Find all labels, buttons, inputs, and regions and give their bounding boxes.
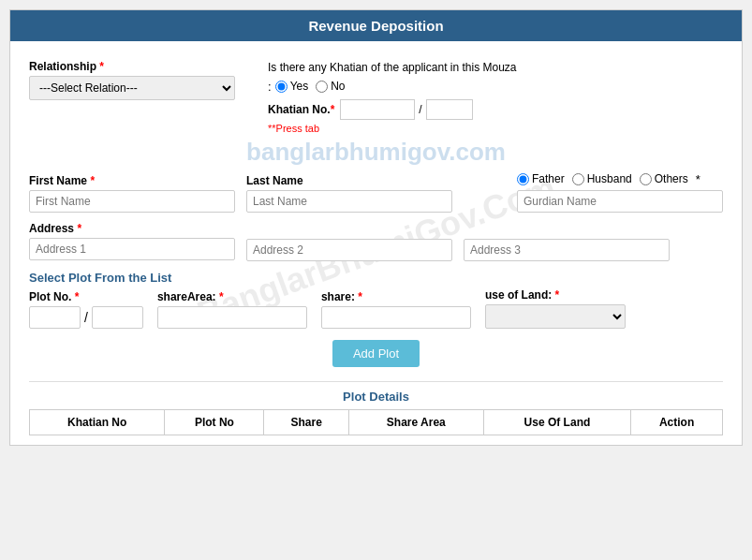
select-plot-title: Select Plot From the List (29, 271, 723, 285)
plot-details-table: Khatian No Plot No Share Share Area Use … (29, 409, 723, 435)
share-area-label: shareArea: * (157, 290, 307, 303)
add-plot-button[interactable]: Add Plot (332, 340, 420, 367)
last-name-group: Last Name (246, 174, 452, 213)
brand-watermark: banglarbhumigov.com (29, 138, 723, 167)
address-row: Address * (29, 222, 723, 261)
col-action: Action (631, 409, 723, 435)
col-plot-no: Plot No (165, 409, 264, 435)
address2-group (246, 239, 452, 261)
plot-no-label: Plot No. * (29, 290, 143, 303)
col-share-area: Share Area (348, 409, 483, 435)
radio-yes-label[interactable]: Yes (275, 80, 309, 93)
guardian-others-label[interactable]: Others (640, 172, 688, 185)
khatian-colon: : (268, 80, 272, 94)
plot-slash: / (84, 310, 88, 325)
share-area-group: shareArea: * (157, 290, 307, 329)
guardian-father-radio[interactable] (517, 173, 529, 185)
khatian-no-row: Khatian No.* / (268, 99, 723, 120)
col-share: Share (264, 409, 349, 435)
radio-no-label[interactable]: No (316, 80, 345, 93)
use-of-land-label: use of Land: * (485, 288, 626, 302)
use-of-land-select[interactable] (485, 304, 626, 329)
first-name-group: First Name * (29, 174, 235, 213)
guardian-name-input[interactable] (517, 190, 723, 213)
last-name-input[interactable] (246, 190, 452, 213)
plot-details-title: Plot Details (29, 390, 723, 404)
guardian-husband-label[interactable]: Husband (572, 172, 632, 185)
plot-no-input1[interactable] (29, 306, 81, 329)
khatian-question: Is there any Khatian of the applicant in… (268, 60, 723, 76)
plot-row: Plot No. * / shareArea: * share: * (29, 288, 723, 329)
khatian-section: Is there any Khatian of the applicant in… (249, 60, 723, 134)
relationship-select[interactable]: ---Select Relation---FatherMotherBrother… (29, 76, 235, 100)
guardian-section: Father Husband Others * (517, 172, 723, 213)
plot-no-inputs: / (29, 306, 143, 329)
relationship-label: Relationship * (29, 60, 235, 73)
share-label: share: * (321, 290, 471, 303)
address2-input[interactable] (246, 239, 452, 261)
khatian-no-input-2[interactable] (426, 99, 473, 120)
khatian-no-label: Khatian No.* (268, 103, 334, 116)
guardian-father-label[interactable]: Father (517, 172, 565, 185)
row-relationship-khatian: Relationship * ---Select Relation---Fath… (29, 60, 723, 134)
table-header-row: Khatian No Plot No Share Share Area Use … (30, 409, 723, 435)
col-use-of-land: Use Of Land (483, 409, 631, 435)
address1-input[interactable] (29, 238, 235, 260)
guardian-husband-radio[interactable] (572, 173, 584, 185)
guardian-others-radio[interactable] (640, 173, 652, 185)
radio-yes[interactable] (275, 81, 288, 93)
first-name-label: First Name * (29, 174, 235, 187)
page-header: Revenue Deposition (10, 10, 742, 41)
address3-group (464, 239, 670, 261)
guardian-radios: Father Husband Others * (517, 172, 723, 186)
address-group: Address * (29, 222, 235, 260)
last-name-label: Last Name (246, 174, 452, 187)
main-container: Revenue Deposition BanglarBhumiGov.Com R… (9, 9, 743, 446)
press-tab-text: **Press tab (268, 123, 723, 134)
add-plot-row: Add Plot (29, 340, 723, 367)
names-row: First Name * Last Name Father Husband (29, 172, 723, 213)
share-group: share: * (321, 290, 471, 329)
address3-input[interactable] (464, 239, 670, 261)
radio-no[interactable] (316, 81, 328, 93)
khatian-slash: / (419, 103, 421, 116)
relationship-group: Relationship * ---Select Relation---Fath… (29, 60, 235, 100)
share-input[interactable] (321, 306, 471, 329)
plot-no-input2[interactable] (92, 306, 143, 329)
plot-no-group: Plot No. * / (29, 290, 143, 329)
col-khatian-no: Khatian No (30, 409, 165, 435)
address-label: Address * (29, 222, 235, 235)
use-of-land-group: use of Land: * (485, 288, 626, 329)
form-body: BanglarBhumiGov.Com Relationship * ---Se… (10, 41, 742, 445)
page-title: Revenue Deposition (308, 18, 443, 34)
first-name-input[interactable] (29, 190, 235, 213)
plot-details-section: Plot Details Khatian No Plot No Share Sh… (29, 381, 723, 435)
share-area-input[interactable] (157, 306, 307, 329)
khatian-no-input[interactable] (340, 99, 415, 120)
